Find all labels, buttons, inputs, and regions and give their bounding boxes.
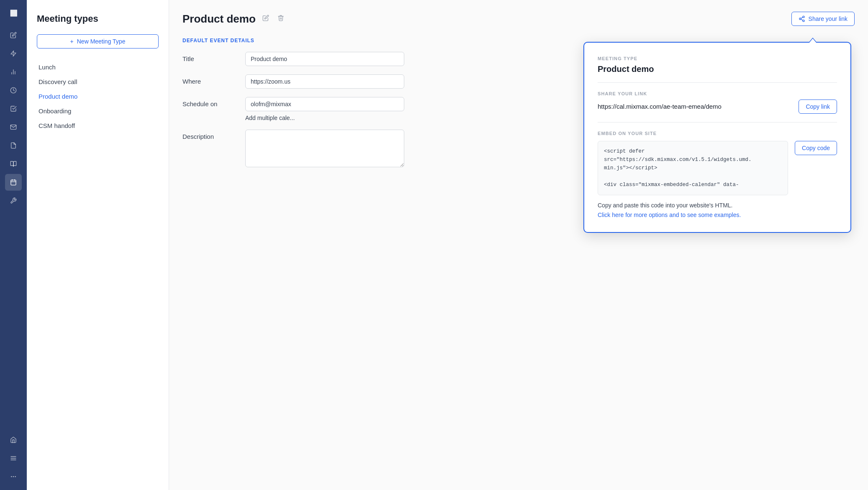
popup-embed-label: EMBED ON YOUR SITE [598,131,837,136]
where-label: Where [182,74,237,85]
description-textarea[interactable] [245,130,404,167]
document-icon[interactable] [5,137,22,154]
mail-icon[interactable] [5,119,22,135]
form-section: Title Where Schedule on Add multiple cal… [182,52,484,167]
where-form-row: Where [182,74,484,89]
sidebar: ▦ [0,0,27,490]
meeting-item-csm-handoff[interactable]: CSM handoff [37,119,159,133]
embed-code-line1: <script defer [604,148,645,154]
add-calendars-text: Add multiple cale... [245,115,295,121]
svg-point-14 [11,476,12,477]
share-popup: MEETING TYPE Product demo SHARE YOUR LIN… [583,42,851,233]
embed-code-line5: <div class="mixmax-embedded-calendar" da… [604,182,739,188]
title-label: Title [182,52,237,62]
title-input[interactable] [245,52,404,66]
copy-code-button[interactable]: Copy code [795,141,837,155]
add-calendars-link[interactable]: Add multiple cale... [245,115,484,121]
right-panel-header: Product demo Share your link [182,12,855,26]
popup-embed-row: <script defer src="https://sdk.mixmax.co… [598,141,837,195]
lightning-icon[interactable] [5,45,22,62]
description-form-row: Description [182,130,484,167]
right-panel: Product demo Share your link DEFAULT EVE… [169,0,868,490]
meeting-type-title: Product demo [182,13,256,26]
meeting-item-onboarding[interactable]: Onboarding [37,104,159,118]
notebook-icon[interactable] [5,156,22,172]
new-meeting-button[interactable]: + New Meeting Type [37,34,159,48]
svg-point-13 [15,476,15,477]
compose-icon[interactable] [5,27,22,43]
tool-icon[interactable] [5,192,22,209]
svg-rect-5 [11,180,16,185]
page-title: Meeting types [37,13,159,24]
meeting-item-lunch[interactable]: Lunch [37,60,159,74]
popup-meeting-type-label: MEETING TYPE [598,56,837,61]
share-link-label: Share your link [809,15,847,22]
left-panel: Meeting types + New Meeting Type Lunch D… [27,0,169,490]
embed-code-line2: src="https://sdk.mixmax.com/v1.5.1/widge… [604,157,752,163]
where-input[interactable] [245,74,404,89]
popup-share-row: https://cal.mixmax.com/ae-team-emea/demo… [598,100,837,122]
schedule-form-row: Schedule on [182,97,484,111]
meeting-list: Lunch Discovery call Product demo Onboar… [37,60,159,133]
popup-share-url: https://cal.mixmax.com/ae-team-emea/demo [598,102,722,112]
svg-line-19 [801,17,803,18]
title-row: Product demo [182,13,286,26]
popup-share-label: SHARE YOUR LINK [598,91,837,96]
chart-icon[interactable] [5,64,22,80]
popup-meeting-name: Product demo [598,64,837,83]
popup-code-box: <script defer src="https://sdk.mixmax.co… [598,141,788,195]
more-icon[interactable] [5,468,22,485]
edit-button[interactable] [261,13,271,25]
title-form-row: Title [182,52,484,66]
building-icon[interactable] [5,431,22,448]
schedule-input[interactable] [245,97,404,111]
main-content: Meeting types + New Meeting Type Lunch D… [27,0,868,490]
plus-icon: + [70,38,74,45]
meeting-item-discovery[interactable]: Discovery call [37,75,159,89]
description-label: Description [182,130,237,140]
svg-point-12 [13,476,13,477]
rows-icon[interactable] [5,450,22,467]
more-options-link[interactable]: Click here for more options and to see s… [598,212,741,218]
new-meeting-label: New Meeting Type [77,38,126,45]
calendar-icon[interactable] [5,174,22,191]
paste-instructions: Copy and paste this code into your websi… [598,202,837,209]
svg-marker-0 [11,51,16,56]
check-icon[interactable] [5,100,22,117]
copy-link-button[interactable]: Copy link [799,100,837,114]
clock-icon[interactable] [5,82,22,99]
popup-caret [809,38,817,43]
schedule-label: Schedule on [182,97,237,107]
app-logo: ▦ [6,5,21,20]
embed-code-line3: min.js"></script> [604,165,657,171]
delete-button[interactable] [276,13,286,25]
meeting-item-product-demo[interactable]: Product demo [37,89,159,103]
svg-line-18 [801,19,803,20]
share-link-button[interactable]: Share your link [791,12,855,26]
